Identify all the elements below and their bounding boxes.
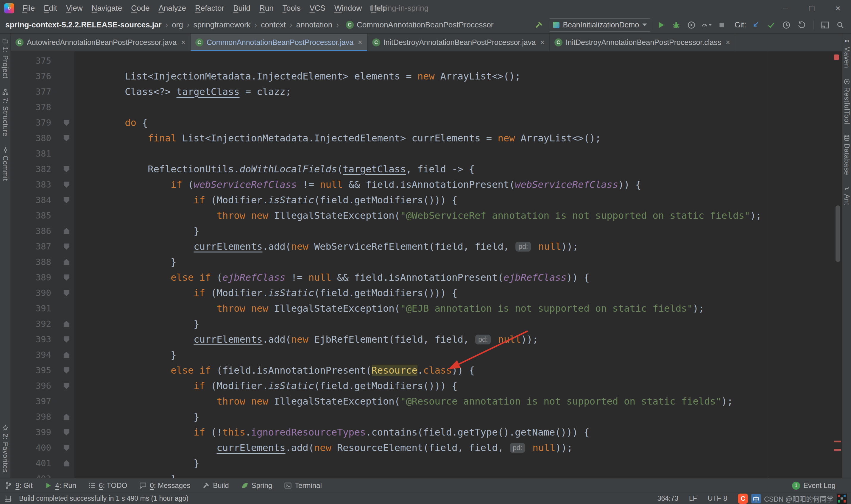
code-text[interactable]: } [74, 471, 177, 478]
breadcrumb-item-context[interactable]: context [261, 20, 286, 30]
line-number[interactable]: 393 [11, 331, 58, 347]
run-configuration-select[interactable]: BeanInitializationDemo [549, 18, 651, 32]
code-text[interactable]: if (Modifier.isStatic(field.getModifiers… [74, 285, 458, 301]
update-project-button[interactable] [751, 20, 761, 30]
search-everywhere-button[interactable] [835, 20, 846, 30]
profiler-button[interactable] [701, 20, 712, 30]
line-number[interactable]: 378 [11, 100, 58, 115]
file-encoding[interactable]: UTF-8 [708, 494, 727, 503]
gutter-cell[interactable] [58, 120, 74, 126]
line-number[interactable]: 394 [11, 347, 58, 363]
toolwindow-button-spring[interactable]: Spring [241, 481, 272, 490]
fold-marker-icon[interactable] [64, 135, 69, 141]
code-text[interactable]: List<InjectionMetadata.InjectedElement> … [74, 69, 521, 84]
toolwindow-button-2-favorites[interactable]: 2: Favorites [1, 425, 9, 473]
line-number[interactable]: 384 [11, 192, 58, 208]
line-number[interactable]: 391 [11, 301, 58, 316]
gutter-cell[interactable] [58, 321, 74, 327]
line-number[interactable]: 377 [11, 84, 58, 100]
code-text[interactable]: currElements.add(new WebServiceRefElemen… [74, 239, 578, 254]
breadcrumb-item-spring-context-5-2-2-release-sources-jar[interactable]: spring-context-5.2.2.RELEASE-sources.jar [5, 20, 161, 30]
toolwindow-button-git[interactable]: 9: Git [5, 481, 33, 490]
stop-button[interactable] [717, 20, 727, 30]
toolwindow-button-restfultool[interactable]: RestfulTool [843, 78, 851, 124]
fold-marker-icon[interactable] [64, 182, 69, 188]
history-button[interactable] [781, 20, 792, 30]
fold-marker-icon[interactable] [64, 120, 69, 126]
gutter-cell[interactable] [58, 445, 74, 451]
code-text[interactable]: throw new IllegalStateException("@WebSer… [74, 208, 762, 223]
debug-button[interactable] [671, 20, 682, 30]
tab-close-icon[interactable]: × [181, 38, 185, 47]
menu-item-refactor[interactable]: Refactor [191, 4, 229, 13]
line-number[interactable]: 396 [11, 378, 58, 394]
gutter-cell[interactable] [58, 228, 74, 234]
close-button[interactable]: × [825, 0, 851, 16]
gutter-cell[interactable] [58, 383, 74, 389]
code-text[interactable]: do { [74, 115, 148, 130]
fold-marker-icon[interactable] [64, 244, 69, 250]
tab-close-icon[interactable]: × [358, 38, 362, 47]
code-text[interactable]: currElements.add(new ResourceElement(fie… [74, 440, 573, 455]
toolwindow-button-messages[interactable]: 0: Messages [139, 481, 190, 490]
line-number[interactable]: 388 [11, 254, 58, 270]
fold-marker-icon[interactable] [64, 367, 69, 374]
minimize-button[interactable]: – [773, 0, 799, 16]
line-number[interactable]: 402 [11, 471, 58, 478]
line-number[interactable]: 380 [11, 130, 58, 146]
line-number[interactable]: 397 [11, 394, 58, 409]
line-number[interactable]: 390 [11, 285, 58, 301]
menu-item-window[interactable]: Window [330, 4, 366, 13]
menu-item-view[interactable]: View [62, 4, 87, 13]
line-number[interactable]: 398 [11, 409, 58, 425]
code-text[interactable]: throw new IllegalStateException("@Resour… [74, 394, 733, 409]
code-text[interactable]: if (webServiceRefClass != null && field.… [74, 177, 641, 192]
code-text[interactable]: } [74, 316, 199, 331]
gutter-cell[interactable] [58, 197, 74, 203]
fold-marker-icon[interactable] [64, 383, 69, 389]
build-button[interactable] [533, 20, 544, 30]
gutter-cell[interactable] [58, 367, 74, 374]
toolwindow-button-run[interactable]: 4: Run [44, 481, 76, 490]
menu-item-navigate[interactable]: Navigate [87, 4, 127, 13]
menu-item-vcs[interactable]: VCS [305, 4, 330, 13]
fold-marker-icon[interactable] [64, 414, 69, 420]
fold-marker-icon[interactable] [64, 460, 69, 467]
line-number[interactable]: 389 [11, 270, 58, 285]
code-text[interactable]: if (Modifier.isStatic(field.getModifiers… [74, 378, 458, 394]
caret-position[interactable]: 364:73 [657, 494, 678, 503]
code-text[interactable]: else if (ejbRefClass != null && field.is… [74, 270, 590, 285]
line-separator[interactable]: LF [689, 494, 697, 503]
menu-item-analyze[interactable]: Analyze [154, 4, 191, 13]
breadcrumb-item-commonannotationbeanpostprocessor[interactable]: CommonAnnotationBeanPostProcessor [357, 20, 494, 30]
line-number[interactable]: 379 [11, 115, 58, 130]
gutter-cell[interactable] [58, 429, 74, 435]
editor-scrollbar[interactable] [835, 205, 840, 262]
line-number[interactable]: 383 [11, 177, 58, 192]
line-number[interactable]: 392 [11, 316, 58, 331]
line-number[interactable]: 382 [11, 161, 58, 177]
coverage-button[interactable] [686, 20, 697, 30]
gutter-cell[interactable] [58, 135, 74, 141]
line-number[interactable]: 387 [11, 239, 58, 254]
gutter-cell[interactable] [58, 414, 74, 420]
line-number[interactable]: 401 [11, 455, 58, 471]
breadcrumb-item-springframework[interactable]: springframework [193, 20, 250, 30]
code-text[interactable]: if (!this.ignoredResourceTypes.contains(… [74, 425, 590, 440]
menu-item-tools[interactable]: Tools [278, 4, 305, 13]
gutter-cell[interactable] [58, 290, 74, 296]
line-number[interactable]: 375 [11, 53, 58, 69]
editor-tab-initdestroyannotationbeanpostprocessor-java[interactable]: CInitDestroyAnnotationBeanPostProcessor.… [367, 34, 550, 51]
code-text[interactable]: } [74, 347, 177, 363]
error-stripe-mark[interactable] [834, 440, 841, 443]
line-number[interactable]: 385 [11, 208, 58, 223]
commit-button[interactable] [766, 20, 777, 30]
line-number[interactable]: 400 [11, 440, 58, 455]
fold-marker-icon[interactable] [64, 429, 69, 435]
line-number[interactable]: 376 [11, 69, 58, 84]
gutter-cell[interactable] [58, 337, 74, 343]
code-text[interactable]: else if (field.isAnnotationPresent(Resou… [74, 363, 475, 378]
fold-marker-icon[interactable] [64, 321, 69, 327]
maximize-button[interactable]: □ [799, 0, 825, 16]
fold-marker-icon[interactable] [64, 166, 69, 173]
